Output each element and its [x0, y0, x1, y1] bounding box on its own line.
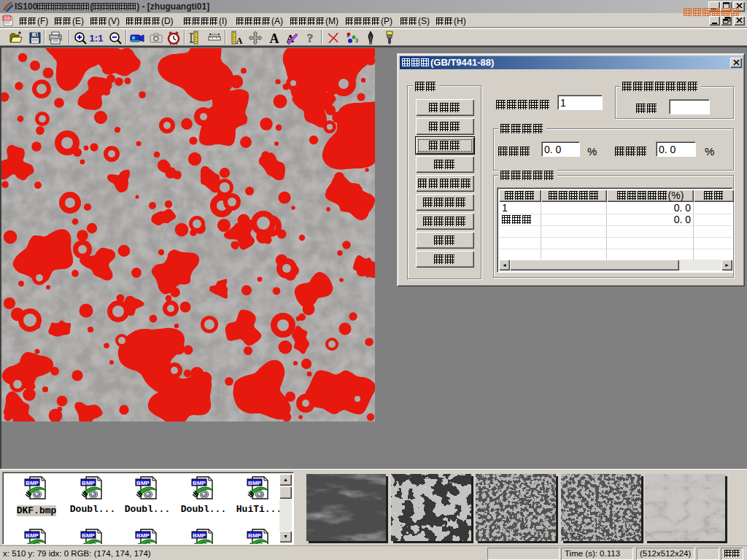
svg-text:3: 3: [355, 38, 358, 43]
svg-text:A: A: [270, 31, 279, 45]
svg-text:1: 1: [347, 33, 349, 38]
svg-text:BMP: BMP: [82, 480, 95, 486]
svg-text:BMP: BMP: [136, 480, 150, 486]
svg-text:BMP: BMP: [82, 532, 95, 539]
svg-text:BMP: BMP: [193, 532, 206, 539]
svg-text:DOC: DOC: [3, 16, 12, 20]
svg-text:BMP: BMP: [26, 532, 39, 539]
svg-text:1:1: 1:1: [90, 33, 104, 44]
svg-text:BMP: BMP: [26, 480, 39, 486]
svg-text:BMP: BMP: [248, 480, 261, 486]
svg-text:?: ?: [307, 31, 314, 45]
svg-text:A: A: [236, 36, 243, 45]
svg-text:BMP: BMP: [248, 532, 261, 539]
svg-text:BMP: BMP: [136, 532, 150, 539]
svg-text:BMP: BMP: [193, 480, 206, 486]
